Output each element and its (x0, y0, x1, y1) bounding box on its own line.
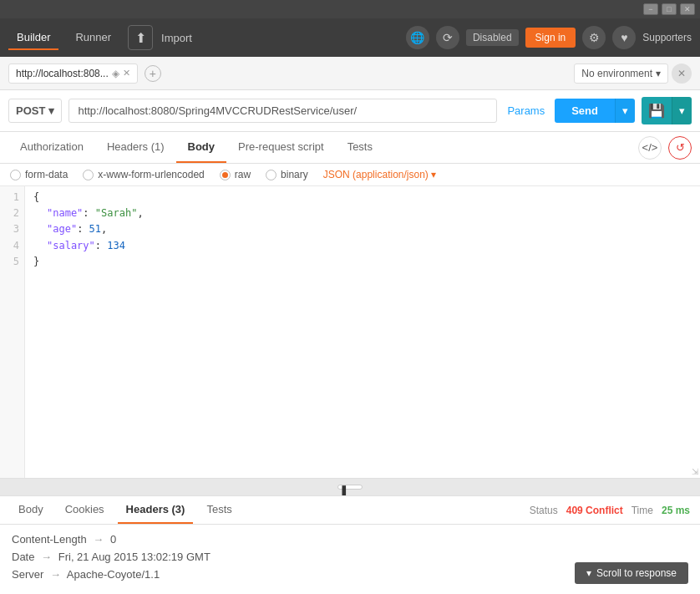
response-tabs-row: Body Cookies Headers (3) Tests Status 40… (0, 496, 700, 525)
code-line-5: } (33, 254, 692, 270)
header-key-server: Server (12, 568, 43, 581)
minimize-button[interactable]: − (643, 3, 658, 15)
radio-binary[interactable]: binary (266, 169, 308, 180)
supporters-link[interactable]: Supporters (642, 32, 692, 43)
undo-icon[interactable]: ↺ (668, 136, 692, 160)
env-settings-icon[interactable]: ✕ (672, 63, 692, 84)
env-selector: No environment ▾ ✕ (574, 63, 692, 84)
tab-url-text: http://localhost:808... (16, 68, 109, 79)
radio-raw[interactable]: raw (220, 169, 251, 180)
resp-tab-headers[interactable]: Headers (3) (118, 496, 194, 524)
code-line-1: { (33, 190, 692, 206)
method-label: POST (16, 104, 45, 117)
code-line-4: "salary": 134 (33, 238, 692, 254)
splitter-handle[interactable]: ▐ (337, 485, 363, 490)
env-chevron-icon: ▾ (656, 68, 661, 79)
tab-add-button[interactable]: + (145, 65, 161, 82)
radio-binary-label: binary (281, 169, 308, 180)
tabs-right-icons: </> ↺ (638, 136, 692, 160)
code-line-3: "age": 51, (33, 221, 692, 237)
send-button[interactable]: Send (555, 99, 615, 123)
json-format-chevron-icon: ▾ (431, 169, 436, 180)
tab-authorization[interactable]: Authorization (8, 132, 95, 163)
tab-headers[interactable]: Headers (1) (95, 132, 176, 163)
line-numbers: 1 2 3 4 5 (0, 186, 25, 478)
save-dropdown-button[interactable]: ▾ (672, 97, 692, 124)
send-section: Send ▾ (555, 99, 635, 123)
params-button[interactable]: Params (504, 104, 548, 117)
tab-pre-request-script[interactable]: Pre-request script (226, 132, 336, 163)
code-line-2: "name": "Sarah", (33, 206, 692, 221)
sync-icon[interactable]: ⟳ (436, 26, 459, 49)
scroll-to-response-button[interactable]: ▾ Scroll to response (575, 562, 688, 584)
radio-form-data-label: form-data (25, 169, 68, 180)
maximize-button[interactable]: □ (662, 3, 677, 15)
save-section: 💾 ▾ (642, 97, 692, 124)
nav-tab-builder[interactable]: Builder (8, 26, 58, 50)
header-row-date: Date → Fri, 21 Aug 2015 13:02:19 GMT (12, 551, 688, 563)
disabled-badge: Disabled (466, 29, 519, 46)
radio-form-data-btn[interactable] (10, 170, 21, 180)
resize-handle[interactable]: ⇲ (692, 467, 698, 476)
header-arrow-1: → (41, 551, 52, 563)
body-type-row: form-data x-www-form-urlencoded raw bina… (0, 164, 700, 186)
radio-urlencoded-btn[interactable] (83, 170, 94, 180)
url-input[interactable] (68, 99, 497, 123)
time-label: Time (632, 505, 653, 516)
method-select[interactable]: POST ▾ (8, 99, 62, 123)
radio-raw-btn[interactable] (220, 170, 231, 180)
header-row-content-length: Content-Length → 0 (12, 533, 688, 546)
method-chevron-icon: ▾ (48, 104, 54, 117)
env-label: No environment (581, 68, 652, 79)
scroll-chevron-icon: ▾ (586, 567, 591, 579)
tab-body[interactable]: Body (176, 132, 227, 163)
header-arrow-0: → (93, 533, 104, 546)
request-bar: POST ▾ Params Send ▾ 💾 ▾ (0, 90, 700, 132)
header-val-server: Apache-Coyote/1.1 (67, 568, 160, 581)
save-button[interactable]: 💾 (642, 97, 672, 124)
code-icon[interactable]: </> (638, 136, 662, 160)
bottom-panel: Body Cookies Headers (3) Tests Status 40… (0, 495, 700, 594)
header-key-content-length: Content-Length (12, 533, 87, 546)
nav-import-label[interactable]: Import (161, 32, 192, 44)
sign-in-button[interactable]: Sign in (525, 28, 576, 48)
status-info: Status 409 Conflict Time 25 ms (530, 505, 690, 516)
header-arrow-2: → (50, 568, 61, 581)
radio-urlencoded[interactable]: x-www-form-urlencoded (83, 169, 204, 180)
globe-icon[interactable]: 🌐 (406, 26, 429, 49)
tab-signal-icon: ◈ (112, 68, 119, 79)
header-val-content-length: 0 (110, 533, 116, 546)
env-dropdown[interactable]: No environment ▾ (574, 63, 668, 84)
tab-url[interactable]: http://localhost:808... ◈ ✕ (8, 63, 138, 84)
resp-tab-tests[interactable]: Tests (198, 496, 240, 524)
code-editor[interactable]: 1 2 3 4 5 { "name": "Sarah", "age": 51, … (0, 186, 700, 479)
tab-tests[interactable]: Tests (336, 132, 384, 163)
panel-splitter[interactable]: ▐ (0, 479, 700, 495)
status-code: 409 Conflict (566, 505, 623, 516)
heart-icon[interactable]: ♥ (612, 26, 636, 49)
send-dropdown-button[interactable]: ▾ (615, 99, 635, 123)
top-nav: Builder Runner ⬆ Import 🌐 ⟳ Disabled Sig… (0, 18, 700, 57)
resp-tab-body[interactable]: Body (10, 496, 52, 524)
code-content[interactable]: { "name": "Sarah", "age": 51, "salary": … (25, 186, 700, 478)
tab-close-icon[interactable]: ✕ (123, 68, 130, 79)
main-content: POST ▾ Params Send ▾ 💾 ▾ Authorization H… (0, 90, 700, 594)
resp-tab-cookies[interactable]: Cookies (57, 496, 113, 524)
address-bar: http://localhost:808... ◈ ✕ + No environ… (0, 57, 700, 90)
nav-tab-runner[interactable]: Runner (67, 26, 119, 50)
radio-urlencoded-label: x-www-form-urlencoded (98, 169, 204, 180)
gear-icon[interactable]: ⚙ (582, 26, 606, 49)
radio-raw-label: raw (235, 169, 251, 180)
json-format-dropdown[interactable]: JSON (application/json) ▾ (323, 169, 436, 180)
radio-form-data[interactable]: form-data (10, 169, 68, 180)
close-button[interactable]: ✕ (680, 3, 695, 15)
header-val-date: Fri, 21 Aug 2015 13:02:19 GMT (58, 551, 211, 563)
status-label: Status (530, 505, 558, 516)
json-format-label: JSON (application/json) (323, 169, 429, 180)
scroll-btn-label: Scroll to response (596, 567, 677, 579)
title-bar: − □ ✕ (0, 0, 700, 18)
nav-import-icon[interactable]: ⬆ (128, 25, 153, 50)
radio-binary-btn[interactable] (266, 170, 276, 180)
request-tabs-row: Authorization Headers (1) Body Pre-reque… (0, 132, 700, 164)
time-value: 25 ms (662, 505, 690, 516)
